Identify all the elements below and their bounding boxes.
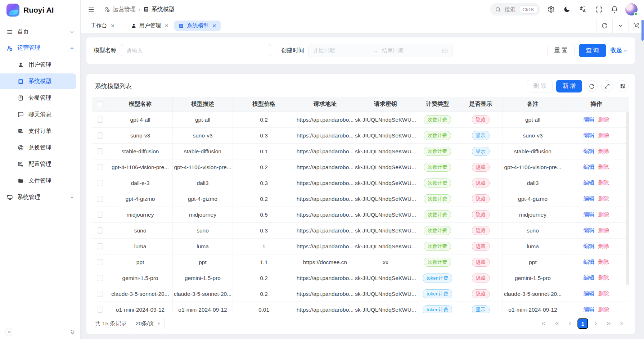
edit-link[interactable]: 编辑 (584, 227, 595, 234)
delete-link[interactable]: 删除 (598, 227, 609, 234)
delete-link[interactable]: 删除 (598, 258, 609, 266)
row-checkbox[interactable] (97, 275, 103, 281)
edit-link[interactable]: 编辑 (584, 195, 595, 203)
sidebar-item-home[interactable]: 首页 (0, 24, 80, 40)
refresh-icon[interactable] (596, 19, 612, 33)
row-checkbox[interactable] (97, 148, 103, 154)
delete-button[interactable]: 删 除 (527, 80, 552, 92)
cell-remark: claude-3-5-sonnet-20... (503, 286, 563, 302)
language-translate-icon[interactable] (578, 4, 588, 15)
close-icon[interactable]: ✕ (212, 23, 216, 29)
billing-badge: 次数计费 (424, 210, 451, 219)
model-name-input[interactable] (121, 44, 271, 57)
table-vertical-scrollbar[interactable] (626, 112, 629, 313)
reset-button[interactable]: 重 置 (548, 44, 574, 57)
next-page-icon[interactable] (590, 318, 601, 329)
row-checkbox[interactable] (97, 291, 103, 297)
page-size-select[interactable]: 20条/页 ▼ (132, 318, 165, 329)
table-refresh-icon[interactable] (586, 80, 598, 92)
cell-actions: 编辑 删除 (563, 191, 629, 207)
row-checkbox[interactable] (97, 307, 103, 313)
visibility-badge: 隐藏 (472, 210, 490, 219)
current-page[interactable]: 1 (577, 318, 588, 329)
row-checkbox[interactable] (97, 243, 103, 249)
edit-link[interactable]: 编辑 (584, 211, 595, 218)
delete-link[interactable]: 删除 (598, 274, 609, 282)
tab-user-management[interactable]: 用户管理 ✕ (127, 21, 173, 31)
notifications-bell-icon[interactable] (609, 4, 620, 14)
next-10-pages-icon[interactable] (603, 318, 614, 329)
pin-icon[interactable] (70, 330, 75, 335)
delete-link[interactable]: 删除 (598, 116, 609, 123)
edit-link[interactable]: 编辑 (584, 258, 595, 266)
sidebar-item-config-management[interactable]: 配置管理 (0, 156, 76, 172)
edit-link[interactable]: 编辑 (584, 243, 595, 250)
scrollbar-thumb[interactable] (626, 112, 629, 285)
breadcrumb-parent[interactable]: 运营管理 (104, 6, 136, 13)
row-checkbox[interactable] (97, 132, 103, 139)
edit-link[interactable]: 编辑 (584, 163, 595, 171)
delete-link[interactable]: 删除 (598, 163, 609, 171)
table-expand-icon[interactable] (601, 80, 613, 92)
delete-link[interactable]: 删除 (598, 179, 609, 187)
row-checkbox[interactable] (97, 180, 103, 186)
edit-link[interactable]: 编辑 (584, 274, 595, 282)
dark-mode-moon-icon[interactable] (562, 4, 572, 14)
visibility-badge: 隐藏 (472, 258, 490, 267)
row-checkbox[interactable] (97, 196, 103, 202)
sidebar-item-package-management[interactable]: 套餐管理 (0, 90, 76, 106)
table-columns-settings-icon[interactable] (617, 80, 629, 92)
chevron-down-icon[interactable] (612, 19, 628, 33)
edit-link[interactable]: 编辑 (584, 306, 595, 313)
date-range-picker[interactable]: 开始日期 → 结束日期 (309, 44, 452, 57)
select-all-checkbox[interactable] (97, 101, 103, 107)
global-search[interactable]: 搜索 Ctrl K (490, 3, 541, 15)
row-checkbox-cell (92, 270, 108, 286)
search-button[interactable]: 查 询 (579, 44, 606, 57)
brand[interactable]: Ruoyi AI (0, 0, 80, 20)
cell-model-name: stable-diffusion (108, 144, 173, 159)
user-avatar[interactable] (625, 3, 638, 15)
delete-link[interactable]: 删除 (598, 148, 609, 155)
sidebar-item-user-management[interactable]: 用户管理 (0, 57, 76, 73)
delete-link[interactable]: 删除 (598, 290, 609, 298)
tab-workbench[interactable]: 工作台 ✕ (86, 21, 119, 31)
cell-model-price: 0.01 (233, 302, 295, 313)
row-checkbox[interactable] (97, 227, 103, 234)
edit-link[interactable]: 编辑 (584, 116, 595, 123)
add-button[interactable]: 新 增 (556, 80, 582, 92)
delete-link[interactable]: 删除 (598, 195, 609, 203)
prev-page-icon[interactable] (564, 318, 575, 329)
edit-link[interactable]: 编辑 (584, 290, 595, 298)
last-page-icon[interactable] (616, 318, 627, 329)
prev-10-pages-icon[interactable] (551, 318, 562, 329)
first-page-icon[interactable] (539, 318, 549, 329)
sidebar-item-system-model[interactable]: 系统模型 (0, 73, 76, 89)
collapse-filters-link[interactable]: 收起 (611, 47, 628, 54)
edit-link[interactable]: 编辑 (584, 148, 595, 155)
delete-link[interactable]: 删除 (598, 243, 609, 250)
sidebar-collapse-button[interactable] (5, 328, 13, 336)
sidebar-item-chat-messages[interactable]: 聊天消息 (0, 107, 76, 122)
sidebar-item-payment-orders[interactable]: 支付订单 (0, 123, 76, 139)
sidebar-item-file-management[interactable]: 文件管理 (0, 173, 76, 189)
sidebar-item-system-management[interactable]: 系统管理 (0, 189, 80, 205)
sidebar-item-exchange-management[interactable]: 兑换管理 (0, 140, 76, 155)
edit-link[interactable]: 编辑 (584, 132, 595, 139)
tab-system-model[interactable]: 系统模型 ✕ (174, 21, 221, 31)
sidebar-item-operations[interactable]: 运营管理 (0, 40, 80, 56)
delete-link[interactable]: 删除 (598, 306, 609, 313)
close-icon[interactable]: ✕ (165, 23, 169, 29)
page-scrollbar[interactable] (641, 20, 644, 41)
edit-link[interactable]: 编辑 (584, 179, 595, 187)
row-checkbox[interactable] (97, 259, 103, 265)
row-checkbox[interactable] (97, 117, 103, 123)
hamburger-menu-icon[interactable] (86, 5, 96, 14)
delete-link[interactable]: 删除 (598, 132, 609, 139)
row-checkbox[interactable] (97, 212, 103, 218)
delete-link[interactable]: 删除 (598, 211, 609, 218)
settings-gear-icon[interactable] (546, 4, 556, 14)
row-checkbox[interactable] (97, 164, 103, 170)
fullscreen-icon[interactable] (594, 5, 604, 14)
close-icon[interactable]: ✕ (111, 23, 115, 29)
